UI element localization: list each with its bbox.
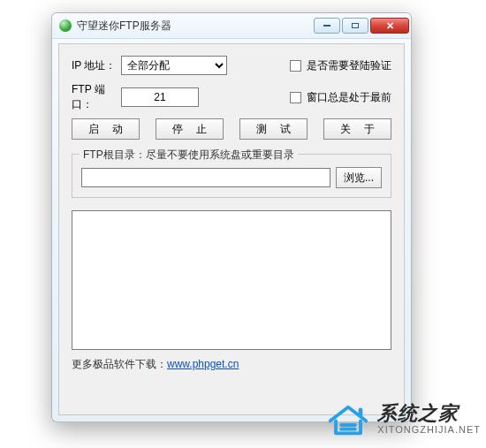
maximize-button[interactable] bbox=[342, 18, 368, 34]
titlebar[interactable]: 守望迷你FTP服务器 bbox=[52, 13, 411, 39]
app-window: 守望迷你FTP服务器 IP 地址： 全部分配 是否需要登陆验证 FTP 端口： bbox=[51, 12, 412, 422]
rootdir-input[interactable] bbox=[81, 168, 330, 187]
topmost-label: 窗口总是处于最前 bbox=[307, 90, 391, 105]
start-button[interactable]: 启 动 bbox=[72, 118, 140, 140]
footer-prefix: 更多极品软件下载： bbox=[72, 358, 167, 370]
port-input[interactable] bbox=[121, 87, 199, 107]
minimize-button[interactable] bbox=[314, 18, 340, 34]
rootdir-legend: FTP根目录：尽量不要使用系统盘或重要目录 bbox=[80, 148, 298, 163]
window-title: 守望迷你FTP服务器 bbox=[77, 19, 312, 34]
client-area: IP 地址： 全部分配 是否需要登陆验证 FTP 端口： 窗口总是处于最前 bbox=[58, 43, 405, 415]
topmost-checkbox[interactable] bbox=[290, 92, 301, 103]
ip-label: IP 地址： bbox=[72, 58, 121, 73]
port-label: FTP 端口： bbox=[72, 82, 121, 112]
browse-button[interactable]: 浏览... bbox=[336, 167, 382, 188]
close-button[interactable] bbox=[370, 18, 409, 34]
about-button[interactable]: 关 于 bbox=[323, 118, 391, 140]
ip-select[interactable]: 全部分配 bbox=[121, 56, 227, 75]
log-textarea[interactable] bbox=[72, 210, 391, 350]
app-icon bbox=[59, 19, 72, 32]
login-required-label: 是否需要登陆验证 bbox=[307, 58, 391, 73]
watermark-en: XITONGZHIJIA.NET bbox=[377, 424, 481, 435]
stop-button[interactable]: 停 止 bbox=[156, 118, 224, 140]
rootdir-group: FTP根目录：尽量不要使用系统盘或重要目录 浏览... bbox=[72, 154, 391, 198]
footer-link[interactable]: www.phpget.cn bbox=[167, 358, 239, 370]
footer: 更多极品软件下载：www.phpget.cn bbox=[72, 357, 391, 372]
login-required-checkbox[interactable] bbox=[290, 60, 301, 72]
test-button[interactable]: 测 试 bbox=[239, 118, 308, 140]
